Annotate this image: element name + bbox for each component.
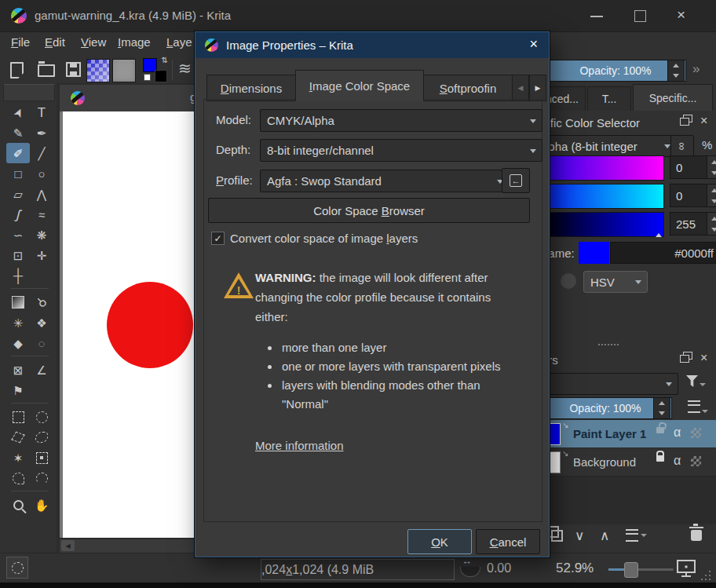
- layer-opacity-spinner[interactable]: [653, 397, 670, 419]
- swap-colors-icon[interactable]: ⇅: [162, 56, 168, 64]
- layer-row-paint-layer-1[interactable]: ↘ Paint Layer 1 α: [539, 420, 716, 447]
- tool-calligraphy[interactable]: ✒: [30, 122, 53, 143]
- layer-filter-button[interactable]: [686, 375, 706, 387]
- hsv-combo[interactable]: HSV: [583, 271, 648, 293]
- blue-channel-spinbox[interactable]: 255: [670, 212, 716, 236]
- tool-similar-select[interactable]: ✶: [6, 447, 30, 468]
- tool-polygon-select[interactable]: [6, 427, 30, 447]
- channel-depth-combo[interactable]: lpha (8-bit integer: [539, 135, 677, 157]
- inherit-alpha-icon[interactable]: [691, 456, 701, 466]
- tab-specific[interactable]: Specific...: [633, 84, 713, 111]
- tool-pan[interactable]: ✋: [30, 495, 53, 515]
- gradient-swatch[interactable]: [86, 59, 110, 82]
- spin-down-icon[interactable]: [668, 71, 684, 81]
- tool-measure[interactable]: ∠: [30, 360, 53, 380]
- scroll-left-icon[interactable]: ◀: [61, 540, 75, 551]
- tab-image-color-space[interactable]: Image Color Space: [295, 70, 424, 101]
- alpha-icon[interactable]: α: [674, 425, 681, 440]
- pattern-swatch[interactable]: [112, 59, 136, 82]
- minimize-icon[interactable]: [590, 16, 603, 17]
- tool-bezier-select[interactable]: [6, 468, 30, 488]
- move-layer-down-icon[interactable]: ∨: [575, 528, 584, 544]
- tool-contiguous-select[interactable]: [30, 447, 53, 468]
- tool-enclose-fill[interactable]: ◌: [30, 333, 53, 353]
- tool-move[interactable]: ✛: [30, 245, 53, 265]
- maximize-icon[interactable]: [634, 10, 646, 22]
- dialog-close-icon[interactable]: ×: [529, 36, 538, 53]
- zoom-slider-handle[interactable]: [624, 562, 638, 578]
- tool-line[interactable]: ╱: [30, 143, 53, 163]
- layer-row-background[interactable]: ↘ Background α: [539, 448, 716, 477]
- brush-opacity-spinner[interactable]: [667, 60, 685, 82]
- tool-ellipse[interactable]: ○: [30, 163, 53, 184]
- layer-name[interactable]: Background: [573, 455, 636, 469]
- menu-file[interactable]: File: [11, 35, 30, 49]
- float-docker-icon[interactable]: [680, 118, 689, 126]
- tab-dimensions[interactable]: Dimensions: [206, 75, 296, 101]
- brush-editor-icon[interactable]: ≋: [178, 59, 192, 78]
- cancel-button[interactable]: Cancel: [476, 529, 540, 554]
- dialog-titlebar[interactable]: Image Properties – Krita: [195, 32, 549, 58]
- tool-freehand-path[interactable]: ≈: [30, 204, 53, 225]
- move-layer-up-icon[interactable]: ∧: [600, 528, 609, 544]
- tool-edit-shapes[interactable]: ✎: [6, 122, 30, 143]
- toolbox-grip[interactable]: [3, 84, 55, 101]
- more-information-link[interactable]: More information: [255, 439, 344, 452]
- new-document-icon[interactable]: [10, 62, 24, 79]
- profile-combo[interactable]: Agfa : Swop Standard: [260, 170, 510, 192]
- slider-handle[interactable]: [656, 233, 662, 237]
- lock-icon[interactable]: [656, 422, 664, 433]
- tab-t[interactable]: T...: [587, 86, 631, 111]
- brush-opacity-slider[interactable]: Opacity: 100%: [545, 60, 686, 82]
- depth-combo[interactable]: 8-bit integer/channel: [260, 139, 542, 162]
- green-channel-slider[interactable]: [539, 184, 664, 209]
- red-channel-spinbox[interactable]: 0: [670, 155, 716, 179]
- layers-menu-button[interactable]: [688, 400, 708, 413]
- layer-name[interactable]: Paint Layer 1: [573, 427, 646, 440]
- tool-color-sampler[interactable]: ⚲: [30, 292, 53, 312]
- tool-text[interactable]: T: [30, 102, 53, 122]
- menu-view[interactable]: View: [81, 35, 106, 49]
- tool-freehand-brush[interactable]: ✐: [6, 143, 30, 163]
- tool-smart-patch[interactable]: ✳: [6, 312, 30, 333]
- menu-layer[interactable]: Laye: [166, 35, 192, 49]
- resize-grip[interactable]: [701, 571, 712, 582]
- layer-opacity-slider[interactable]: Opacity: 100%: [539, 397, 672, 419]
- close-docker-icon[interactable]: ×: [700, 115, 707, 127]
- tool-zoom[interactable]: [6, 495, 30, 515]
- tab-scroll-right-icon[interactable]: ▶: [529, 75, 546, 101]
- inherit-alpha-icon[interactable]: [691, 428, 701, 438]
- blending-mode-combo[interactable]: l: [539, 373, 678, 395]
- green-channel-spinbox[interactable]: 0: [670, 184, 716, 207]
- tool-crop[interactable]: ┼: [6, 265, 30, 286]
- close-docker-icon[interactable]: ×: [700, 352, 707, 364]
- canvas-rotation-icon[interactable]: [460, 567, 480, 577]
- tool-magnetic-select[interactable]: [30, 468, 53, 488]
- red-channel-slider[interactable]: [539, 155, 664, 181]
- tool-select-shapes[interactable]: ➤: [6, 102, 30, 122]
- spin-down-icon[interactable]: [654, 408, 670, 418]
- tool-rectangle[interactable]: □: [6, 163, 30, 184]
- spin-up-icon[interactable]: [668, 60, 684, 71]
- reset-colors-icon[interactable]: [144, 74, 151, 81]
- tool-freehand-select[interactable]: [30, 427, 53, 447]
- import-profile-button[interactable]: ←: [502, 168, 530, 193]
- hex-color-field[interactable]: #0000ff: [610, 242, 716, 264]
- tool-bezier-curve[interactable]: ∫: [6, 204, 30, 225]
- selection-display-mode[interactable]: [6, 557, 28, 579]
- background-color-swatch[interactable]: [155, 70, 167, 82]
- tool-multibrush[interactable]: ❋: [30, 225, 53, 245]
- alpha-icon[interactable]: α: [674, 454, 681, 468]
- fit-to-screen-icon[interactable]: [677, 560, 696, 573]
- link-channels-button[interactable]: ∞: [670, 135, 694, 157]
- blue-channel-slider[interactable]: [539, 212, 664, 237]
- tool-fill[interactable]: ◆: [6, 333, 30, 353]
- gamut-warning-swatch[interactable]: [561, 273, 576, 289]
- lock-icon[interactable]: [656, 451, 664, 462]
- open-document-icon[interactable]: [38, 60, 55, 77]
- tool-polygon[interactable]: ▱: [6, 184, 30, 204]
- convert-layers-checkbox[interactable]: ✓: [211, 232, 225, 245]
- tool-colorize-mask[interactable]: ❖: [30, 312, 53, 333]
- tab-softproofing[interactable]: Softproofin: [423, 75, 513, 101]
- spin-up-icon[interactable]: [654, 398, 670, 408]
